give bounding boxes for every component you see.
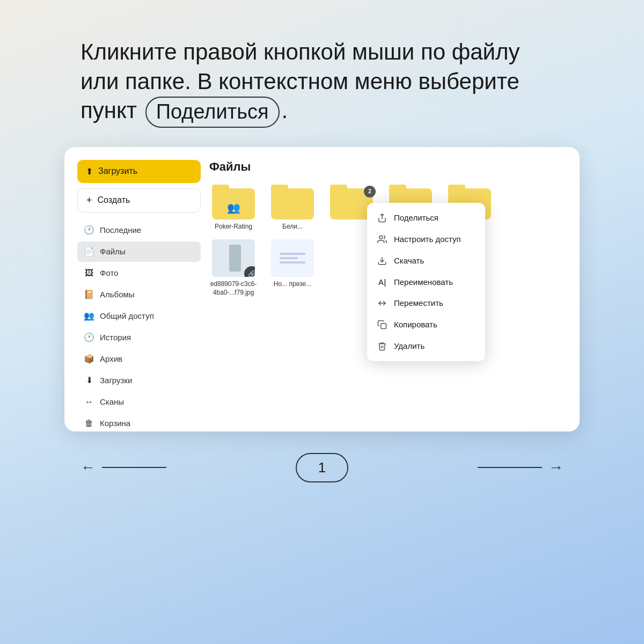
sidebar-item-label: Файлы [100, 247, 126, 256]
upload-icon: ⬆ [86, 166, 93, 177]
instruction-period: . [282, 98, 288, 123]
photo-icon: 🖼 [84, 268, 94, 279]
sidebar-item-label: Общий доступ [100, 311, 154, 320]
menu-item-access[interactable]: Настроить доступ [367, 229, 485, 250]
create-button[interactable]: + Создать [77, 188, 201, 213]
delete-menu-icon [377, 341, 387, 351]
section-title: Файлы [209, 160, 558, 174]
upload-label: Загрузить [98, 166, 137, 176]
next-arrow-line [478, 467, 542, 468]
folder-icon-beli [271, 185, 314, 219]
create-label: Создать [98, 195, 130, 205]
next-navigation[interactable]: → [478, 459, 564, 476]
menu-item-download[interactable]: Скачать [367, 250, 485, 272]
clock-icon: 🕐 [84, 225, 94, 236]
sidebar-item-label: Последние [100, 225, 141, 235]
sidebar-item-history[interactable]: 🕐 История [77, 327, 201, 348]
shared-icon: 👥 [84, 311, 94, 321]
upload-button[interactable]: ⬆ Загрузить [77, 160, 201, 183]
page-indicator: 1 [296, 453, 348, 482]
copy-menu-icon [377, 320, 387, 330]
menu-item-move[interactable]: Переместить [367, 292, 485, 314]
file-thumbnail-jpg: 🔗 [212, 239, 255, 277]
sidebar-item-downloads[interactable]: ⬇ Загрузки [77, 370, 201, 391]
download-menu-icon [377, 256, 387, 266]
share-menu-icon [377, 213, 387, 223]
file-thumbnail-prez [271, 239, 314, 277]
file-jpg-label: ed889079-c3c6-4ba0-...f79.jpg [209, 280, 258, 297]
menu-item-move-label: Переместить [394, 298, 443, 308]
link-badge-icon: 🔗 [244, 266, 255, 277]
folder-badge: 2 [364, 186, 376, 197]
sidebar-item-label: Архив [100, 354, 122, 363]
users-menu-icon [377, 235, 387, 244]
sidebar-item-label: Альбомы [100, 290, 135, 299]
sidebar-item-label: Сканы [100, 397, 124, 406]
scan-icon: ↔ [84, 397, 94, 407]
move-menu-icon [377, 298, 387, 308]
sidebar: ⬆ Загрузить + Создать 🕐 Последние 📄 Файл… [77, 160, 201, 419]
menu-item-rename-label: Переименовать [394, 277, 453, 287]
folder-poker[interactable]: 👥 Poker-Rating [209, 185, 258, 231]
sidebar-item-trash[interactable]: 🗑 Корзина [77, 413, 201, 431]
shared-users-icon: 👥 [227, 201, 240, 214]
app-window: ⬆ Загрузить + Создать 🕐 Последние 📄 Файл… [64, 147, 580, 431]
sidebar-item-label: Загрузки [100, 376, 132, 385]
sidebar-item-albums[interactable]: 📔 Альбомы [77, 284, 201, 305]
instruction-block: Кликните правой кнопкой мыши по файлу ил… [80, 38, 564, 128]
next-arrow-icon: → [548, 459, 564, 476]
menu-item-share-label: Поделиться [394, 213, 438, 222]
menu-item-share[interactable]: Поделиться [367, 207, 485, 229]
sidebar-item-label: История [100, 333, 131, 342]
sidebar-item-recent[interactable]: 🕐 Последние [77, 220, 201, 240]
sidebar-item-shared[interactable]: 👥 Общий доступ [77, 306, 201, 326]
download-icon: ⬇ [84, 375, 94, 386]
folder-poker-label: Poker-Rating [215, 223, 252, 231]
prev-navigation[interactable]: ← [80, 459, 166, 476]
menu-item-copy-label: Копировать [394, 320, 437, 329]
file-prez-label: Но... презе... [274, 280, 311, 289]
menu-item-copy[interactable]: Копировать [367, 314, 485, 335]
menu-item-rename[interactable]: A| Переименовать [367, 272, 485, 292]
main-content: Файлы 👥 Poker-Rating Бели... [201, 160, 567, 419]
file-icon: 📄 [84, 246, 94, 257]
menu-item-delete[interactable]: Удалить [367, 335, 485, 357]
share-badge: Поделиться [145, 97, 280, 127]
file-jpg[interactable]: 🔗 ed889079-c3c6-4ba0-...f79.jpg [209, 239, 258, 297]
menu-item-download-label: Скачать [394, 256, 424, 265]
menu-item-delete-label: Удалить [394, 341, 425, 350]
svg-rect-0 [381, 324, 386, 329]
folder-icon-3: 2 [330, 185, 373, 219]
archive-icon: 📦 [84, 354, 94, 364]
folder-icon-poker: 👥 [212, 185, 255, 219]
rename-menu-icon: A| [377, 277, 387, 287]
bottom-navigation: ← 1 → [80, 453, 564, 482]
sidebar-item-archive[interactable]: 📦 Архив [77, 349, 201, 369]
create-icon: + [86, 195, 92, 206]
sidebar-item-files[interactable]: 📄 Файлы [77, 241, 201, 262]
sidebar-item-scans[interactable]: ↔ Сканы [77, 392, 201, 412]
trash-icon: 🗑 [84, 418, 94, 429]
context-menu: Поделиться Настроить доступ Скачать [367, 203, 485, 361]
prev-arrow-line [102, 467, 166, 468]
folder-beli-label: Бели... [282, 223, 303, 231]
prev-arrow-icon: ← [80, 459, 96, 476]
history-icon: 🕐 [84, 332, 94, 343]
sidebar-item-photos[interactable]: 🖼 Фото [77, 263, 201, 283]
album-icon: 📔 [84, 289, 94, 300]
file-prez[interactable]: Но... презе... [268, 239, 317, 297]
sidebar-item-label: Фото [100, 268, 118, 277]
folder-beli[interactable]: Бели... [268, 185, 317, 231]
sidebar-item-label: Корзина [100, 419, 130, 428]
menu-item-access-label: Настроить доступ [394, 235, 461, 244]
